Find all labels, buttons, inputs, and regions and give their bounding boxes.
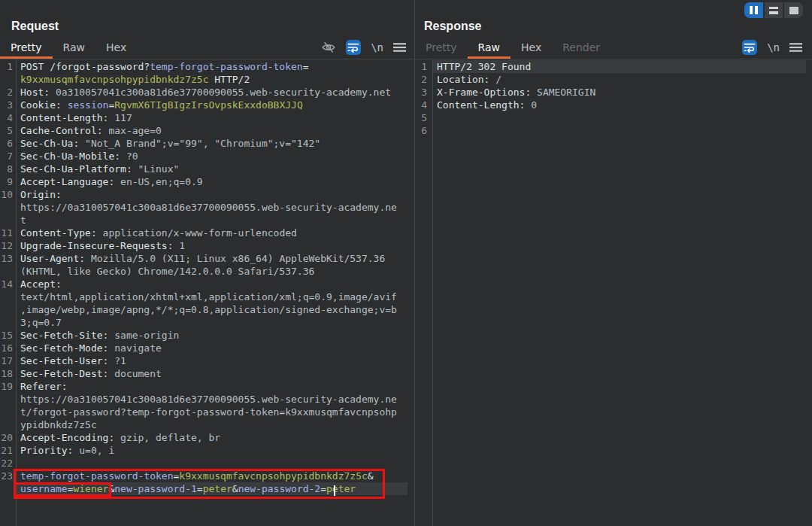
line-number: 9 (0, 175, 17, 188)
line-text[interactable]: Sec-Fetch-Site: same-origin (17, 329, 408, 342)
line-text[interactable]: Sec-Fetch-User: ?1 (17, 354, 408, 367)
newline-label: \n (767, 41, 780, 53)
line-text[interactable] (433, 124, 806, 137)
request-tab-pretty[interactable]: Pretty (0, 36, 53, 59)
line-text[interactable] (17, 457, 408, 470)
line-text[interactable]: Sec-Fetch-Dest: document (17, 367, 408, 380)
request-editor-line: 20Accept-Encoding: gzip, deflate, br (0, 431, 414, 444)
line-number: 11 (0, 227, 17, 239)
line-number: 5 (415, 111, 433, 124)
line-text[interactable]: X-Frame-Options: SAMEORIGIN (433, 86, 806, 99)
request-editor-line: 16Sec-Fetch-Mode: navigate (0, 342, 414, 354)
line-number (0, 303, 17, 316)
response-panel: Response PrettyRawHexRender \n 1HTTP/2 3… (415, 0, 812, 526)
line-number: 12 (0, 239, 17, 252)
request-tab-hex[interactable]: Hex (95, 36, 137, 59)
line-text[interactable]: Accept-Language: en-US,en;q=0.9 (17, 175, 408, 188)
line-text[interactable]: Sec-Ch-Ua-Mobile: ?0 (17, 150, 408, 163)
line-text[interactable]: (KHTML, like Gecko) Chrome/142.0.0.0 Saf… (17, 265, 408, 278)
response-editor-line: 5 (415, 111, 812, 124)
line-text[interactable]: temp-forgot-password-token=k9xxmusqmfavc… (17, 470, 408, 482)
line-text[interactable]: Location: / (433, 73, 806, 86)
show-newlines-icon[interactable]: \n (371, 41, 383, 53)
line-number: 3 (0, 99, 17, 111)
line-text[interactable]: Sec-Ch-Ua-Platform: "Linux" (17, 163, 408, 175)
line-text[interactable]: text/html,application/xhtml+xml,applicat… (17, 290, 408, 303)
line-text[interactable]: https://0a310057041c300a81d6e37700090055… (17, 201, 408, 214)
line-text[interactable] (433, 111, 806, 124)
response-editor[interactable]: 1HTTP/2 302 Found2Location: /3X-Frame-Op… (415, 59, 812, 526)
word-wrap-icon[interactable] (742, 40, 757, 55)
response-editor-line: 2Location: / (415, 73, 812, 86)
request-editor-line: 12Upgrade-Insecure-Requests: 1 (0, 239, 414, 252)
line-number: 4 (0, 111, 17, 124)
line-text[interactable]: Accept-Encoding: gzip, deflate, br (17, 431, 408, 444)
line-number: 1 (0, 60, 17, 73)
hide-nonprintable-icon[interactable] (321, 40, 336, 55)
request-editor-line: 15Sec-Fetch-Site: same-origin (0, 329, 414, 342)
line-text[interactable]: ypidbnkdz7z5c (17, 418, 408, 431)
line-text[interactable]: User-Agent: Mozilla/5.0 (X11; Linux x86_… (17, 252, 408, 265)
response-gutter-line (432, 59, 433, 526)
line-number: 8 (0, 163, 17, 175)
line-number: 14 (0, 278, 17, 290)
show-newlines-icon[interactable]: \n (767, 41, 780, 53)
editor-menu-icon[interactable] (789, 42, 802, 53)
request-editor-line: 6Sec-Ch-Ua: "Not_A Brand";v="99", "Chrom… (0, 137, 414, 150)
line-text[interactable]: Upgrade-Insecure-Requests: 1 (17, 239, 408, 252)
line-text[interactable]: HTTP/2 302 Found (433, 60, 806, 73)
request-editor-line: ,image/webp,image/apng,*/*;q=0.8,applica… (0, 303, 414, 316)
line-text[interactable]: Sec-Fetch-Mode: navigate (17, 342, 408, 354)
request-gutter-line (16, 59, 17, 526)
burp-repeater-window: Request PrettyRawHex \n 1POST /forgot-pa… (0, 0, 812, 526)
line-text[interactable]: 3;q=0.7 (17, 316, 408, 329)
response-tab-render[interactable]: Render (552, 36, 611, 59)
line-text[interactable]: Referer: (17, 380, 408, 393)
line-text[interactable]: ,image/webp,image/apng,*/*;q=0.8,applica… (17, 303, 408, 316)
request-editor-line: 18Sec-Fetch-Dest: document (0, 367, 414, 380)
line-text[interactable]: https://0a310057041c300a81d6e37700090055… (17, 393, 408, 406)
line-text[interactable]: Host: 0a310057041c300a81d6e37700090055.w… (17, 86, 408, 99)
response-tab-raw[interactable]: Raw (468, 36, 511, 59)
request-editor-line: https://0a310057041c300a81d6e37700090055… (0, 393, 414, 406)
line-text[interactable]: Content-Length: 117 (17, 111, 408, 124)
line-text[interactable]: Sec-Ch-Ua: "Not_A Brand";v="99", "Chromi… (17, 137, 408, 150)
line-number: 17 (0, 354, 17, 367)
line-number: 15 (0, 329, 17, 342)
editor-menu-icon[interactable] (393, 42, 406, 53)
request-editor-line: (KHTML, like Gecko) Chrome/142.0.0.0 Saf… (0, 265, 414, 278)
response-tab-pretty[interactable]: Pretty (415, 36, 468, 59)
line-text[interactable]: k9xxmusqmfavcnpsohpypidbnkdz7z5c HTTP/2 (17, 73, 408, 86)
request-editor-line: 2Host: 0a310057041c300a81d6e37700090055.… (0, 86, 414, 99)
line-text[interactable]: Priority: u=0, i (17, 444, 408, 457)
line-number (0, 73, 17, 86)
line-number (0, 214, 17, 227)
line-text[interactable]: Cache-Control: max-age=0 (17, 124, 408, 137)
line-text[interactable]: Cookie: session=RgvmX6TIgBIgzIrsOvpskExx… (17, 99, 408, 111)
line-number: 6 (415, 124, 433, 137)
line-text[interactable]: t/forgot-password?temp-forgot-password-t… (17, 406, 408, 418)
line-text[interactable]: Content-Length: 0 (433, 99, 806, 111)
line-number (0, 290, 17, 303)
line-number: 19 (0, 380, 17, 393)
word-wrap-icon[interactable] (346, 40, 361, 55)
line-number: 1 (415, 60, 433, 73)
line-number (0, 482, 17, 495)
request-tab-raw[interactable]: Raw (53, 36, 95, 59)
request-editor-line: 3;q=0.7 (0, 316, 414, 329)
request-editor-line: 3Cookie: session=RgvmX6TIgBIgzIrsOvpskEx… (0, 99, 414, 111)
line-text[interactable]: Origin: (17, 188, 408, 201)
response-editor-line: 1HTTP/2 302 Found (415, 60, 812, 73)
request-editor[interactable]: 1POST /forgot-password?temp-forgot-passw… (0, 59, 414, 526)
line-text[interactable]: POST /forgot-password?temp-forgot-passwo… (17, 60, 408, 73)
line-text[interactable]: t (17, 214, 408, 227)
line-number: 4 (415, 99, 433, 111)
line-text[interactable]: Accept: (17, 278, 408, 290)
line-text[interactable]: Content-Type: application/x-www-form-url… (17, 227, 408, 239)
response-tab-hex[interactable]: Hex (511, 36, 552, 59)
request-editor-line: 17Sec-Fetch-User: ?1 (0, 354, 414, 367)
response-editor-line: 4Content-Length: 0 (415, 99, 812, 111)
request-editor-line: username=wiener&new-password-1=peter&new… (0, 482, 414, 495)
request-editor-line: 8Sec-Ch-Ua-Platform: "Linux" (0, 163, 414, 175)
line-text[interactable]: username=wiener&new-password-1=peter&new… (17, 482, 408, 495)
